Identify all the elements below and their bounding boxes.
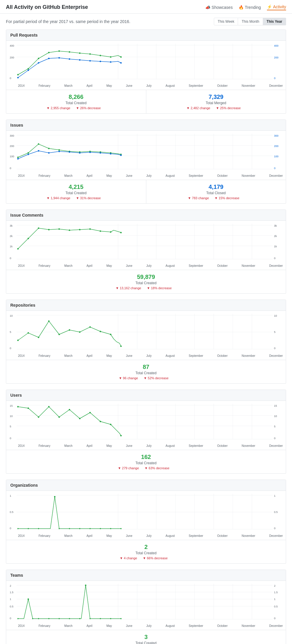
- svg-point-26: [110, 56, 111, 58]
- svg-text:0: 0: [274, 617, 275, 620]
- svg-text:200: 200: [10, 145, 14, 148]
- teams-chart-wrapper: 2 1.5 1 0.5 0 2 1.5 1 0.5 0: [6, 581, 286, 630]
- svg-point-234: [120, 618, 122, 619]
- svg-point-37: [110, 61, 111, 63]
- svg-point-70: [17, 158, 19, 160]
- svg-point-228: [69, 618, 70, 619]
- svg-point-162: [38, 416, 39, 418]
- svg-point-29: [27, 70, 29, 71]
- teams-created-stat: 3 Total Created ▼ 3 change ▼ 50% decreas…: [6, 630, 286, 644]
- teams-x-labels: 2014 February March April May June July …: [9, 623, 283, 630]
- svg-text:3k: 3k: [274, 224, 277, 227]
- svg-text:0: 0: [274, 257, 275, 260]
- this-month-button[interactable]: This Month: [238, 18, 263, 25]
- svg-point-195: [89, 528, 91, 529]
- svg-point-222: [17, 618, 19, 619]
- issues-section: Issues 300 200 100 0 300 200 100 0: [6, 120, 286, 204]
- svg-point-31: [48, 58, 50, 59]
- issues-created-stat: 4,215 Total Created ▼ 1,944 change ▼ 31%…: [6, 180, 146, 203]
- svg-point-138: [110, 334, 111, 335]
- svg-point-198: [120, 528, 122, 529]
- svg-point-74: [58, 151, 60, 152]
- svg-text:0: 0: [274, 167, 275, 170]
- pull-requests-merged-stat: 7,329 Total Merged ▼ 2,482 change ▼ 25% …: [146, 90, 286, 113]
- svg-text:5: 5: [274, 425, 275, 428]
- issues-closed-number: 4,179: [149, 184, 283, 190]
- svg-text:1: 1: [10, 494, 11, 497]
- organizations-chart-wrapper: 1 0.5 0 1 0.5 0: [6, 491, 286, 540]
- svg-text:0.5: 0.5: [10, 511, 13, 514]
- svg-point-103: [38, 228, 39, 229]
- header-nav: 📣 Showcases 🔥 Trending ⚡ Activity: [205, 4, 286, 10]
- this-year-button[interactable]: This Year: [263, 18, 286, 25]
- pull-requests-section: Pull Requests 400 200 0 400 200 0: [6, 30, 286, 114]
- pull-requests-created-stat: 8,266 Total Created ▼ 2,955 change ▼ 26%…: [6, 90, 146, 113]
- pull-requests-chart-wrapper: 400 200 0 400 200 0: [6, 41, 286, 90]
- svg-point-23: [79, 53, 81, 54]
- users-title: Users: [6, 390, 286, 401]
- svg-text:1: 1: [10, 598, 11, 601]
- svg-point-30: [38, 62, 39, 64]
- repositories-number: 87: [9, 364, 283, 370]
- svg-point-35: [89, 60, 91, 62]
- svg-text:10: 10: [10, 314, 13, 317]
- users-chart-wrapper: 15 10 5 0 15 10 5 0: [6, 401, 286, 450]
- svg-point-61: [38, 143, 39, 145]
- period-buttons: This Week This Month This Year: [214, 18, 286, 25]
- svg-point-134: [69, 329, 70, 331]
- nav-showcases[interactable]: 📣 Showcases: [205, 5, 233, 10]
- repositories-stats: 87 Total Created ▼ 96 change ▼ 52% decre…: [6, 360, 286, 383]
- issue-comments-number: 59,879: [9, 274, 283, 280]
- svg-text:2k: 2k: [274, 235, 277, 238]
- svg-text:1: 1: [274, 598, 275, 601]
- svg-point-133: [58, 334, 60, 335]
- svg-point-169: [110, 424, 111, 425]
- nav-activity[interactable]: ⚡ Activity: [267, 4, 286, 10]
- issue-comments-chart-wrapper: 3k 2k 1k 0 3k 2k 1k 0: [6, 221, 286, 270]
- pull-requests-title: Pull Requests: [6, 30, 286, 41]
- repositories-x-labels: 2014 February March April May June July …: [9, 353, 283, 360]
- svg-point-163: [48, 406, 50, 408]
- issues-closed-stat: 4,179 Total Closed ▼ 783 change ▼ 15% de…: [146, 180, 286, 203]
- issues-chart: 300 200 100 0 300 200 100 0: [9, 131, 283, 172]
- sub-header: For partial period of the year 2017 vs. …: [0, 14, 292, 30]
- page-title: All Activity on GitHub Enterprise: [6, 4, 88, 10]
- users-chart: 15 10 5 0 15 10 5 0: [9, 401, 283, 442]
- svg-point-101: [17, 248, 19, 250]
- svg-text:200: 200: [10, 56, 14, 59]
- svg-point-110: [110, 231, 111, 233]
- svg-text:0: 0: [10, 347, 11, 350]
- issue-comments-change: ▼ 13,162 change ▼ 18% decrease: [9, 286, 283, 290]
- teams-title: Teams: [6, 570, 286, 581]
- svg-text:3k: 3k: [10, 224, 13, 227]
- svg-point-132: [48, 321, 50, 322]
- nav-trending[interactable]: 🔥 Trending: [239, 5, 261, 10]
- svg-point-77: [89, 152, 91, 153]
- svg-point-191: [54, 496, 55, 498]
- svg-point-28: [17, 77, 19, 79]
- issues-created-label: Total Created: [9, 191, 143, 195]
- teams-stats: 3 Total Created ▼ 3 change ▼ 50% decreas…: [6, 630, 286, 644]
- svg-point-225: [38, 618, 39, 619]
- users-label: Total Created: [9, 461, 283, 465]
- svg-point-189: [28, 528, 29, 529]
- svg-point-71: [27, 154, 29, 155]
- pull-requests-created-label: Total Created: [9, 101, 143, 105]
- teams-label: Total Created: [9, 641, 283, 644]
- svg-point-139: [120, 346, 122, 347]
- pull-requests-created-number: 8,266: [9, 94, 143, 100]
- svg-point-111: [120, 232, 122, 233]
- svg-text:0.5: 0.5: [274, 511, 278, 514]
- this-week-button[interactable]: This Week: [214, 18, 238, 25]
- svg-point-232: [100, 618, 101, 619]
- svg-text:2k: 2k: [10, 235, 13, 238]
- pull-requests-created-change: ▼ 2,955 change ▼ 26% decrease: [9, 106, 143, 110]
- svg-text:15: 15: [10, 404, 13, 407]
- svg-text:10: 10: [10, 415, 13, 418]
- svg-text:200: 200: [274, 56, 278, 59]
- teams-chart: 2 1.5 1 0.5 0 2 1.5 1 0.5 0: [9, 581, 283, 622]
- svg-point-160: [17, 406, 19, 408]
- period-description: For partial period of the year 2017 vs. …: [6, 19, 130, 24]
- svg-point-80: [120, 155, 122, 156]
- svg-point-229: [79, 618, 80, 619]
